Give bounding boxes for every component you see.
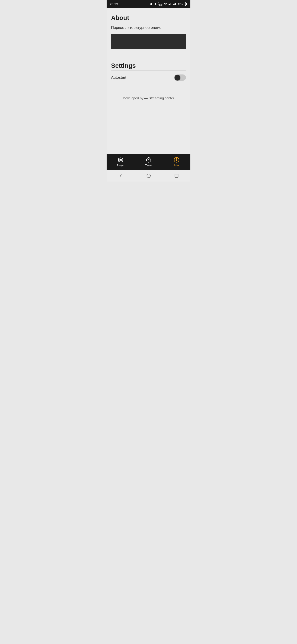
wifi-icon xyxy=(164,2,167,6)
home-button[interactable] xyxy=(144,171,153,180)
network-speed: 4.00KB/S xyxy=(158,2,162,6)
player-icon xyxy=(118,157,124,163)
timer-icon xyxy=(145,157,152,163)
svg-rect-1 xyxy=(169,4,169,5)
settings-title: Settings xyxy=(111,62,186,69)
status-time: 20:39 xyxy=(110,2,118,6)
about-section: About Первое литературное радио xyxy=(107,8,190,56)
player-label: Player xyxy=(117,164,124,167)
main-content: About Первое литературное радио Settings… xyxy=(107,8,190,154)
signal-icon-2 xyxy=(173,2,177,6)
bottom-nav: Player Timer Info xyxy=(107,154,190,170)
battery-percentage: 45% xyxy=(178,3,183,5)
back-icon xyxy=(118,173,123,178)
svg-rect-8 xyxy=(175,3,176,5)
toggle-track xyxy=(174,74,186,81)
radio-name: Первое литературное радио xyxy=(111,26,186,30)
home-icon xyxy=(146,173,151,178)
svg-rect-5 xyxy=(173,4,174,5)
autostart-row: Autostart xyxy=(111,70,186,85)
battery-icon xyxy=(184,2,187,6)
svg-rect-4 xyxy=(171,3,171,5)
autostart-label: Autostart xyxy=(111,75,126,80)
dark-banner xyxy=(111,34,186,49)
status-bar: 20:39 4.00KB/S 45% xyxy=(107,0,190,8)
svg-rect-18 xyxy=(175,174,178,178)
system-nav-bar xyxy=(107,170,190,182)
status-icons: 4.00KB/S 45% xyxy=(150,2,187,6)
nav-item-player[interactable]: Player xyxy=(107,157,135,167)
svg-rect-7 xyxy=(175,3,175,5)
svg-point-17 xyxy=(147,174,150,178)
about-title: About xyxy=(111,14,186,22)
settings-section: Settings Autostart xyxy=(107,56,190,90)
developed-by: Developed by — Streaming.center xyxy=(107,90,190,104)
svg-rect-2 xyxy=(169,4,170,5)
nav-item-info[interactable]: Info xyxy=(162,157,190,167)
nav-item-timer[interactable]: Timer xyxy=(135,157,162,167)
notification-muted-icon xyxy=(150,2,153,6)
svg-rect-3 xyxy=(170,3,170,5)
recent-button[interactable] xyxy=(172,171,181,180)
info-icon xyxy=(173,157,180,163)
back-button[interactable] xyxy=(116,171,125,180)
toggle-thumb xyxy=(175,75,180,80)
svg-point-12 xyxy=(120,160,121,160)
svg-point-16 xyxy=(176,158,177,159)
info-label: Info xyxy=(174,164,179,167)
recent-icon xyxy=(174,173,179,178)
bluetooth-icon xyxy=(154,2,157,6)
timer-label: Timer xyxy=(145,164,152,167)
svg-rect-6 xyxy=(174,4,174,5)
signal-icon xyxy=(168,2,172,6)
autostart-toggle[interactable] xyxy=(174,74,186,81)
